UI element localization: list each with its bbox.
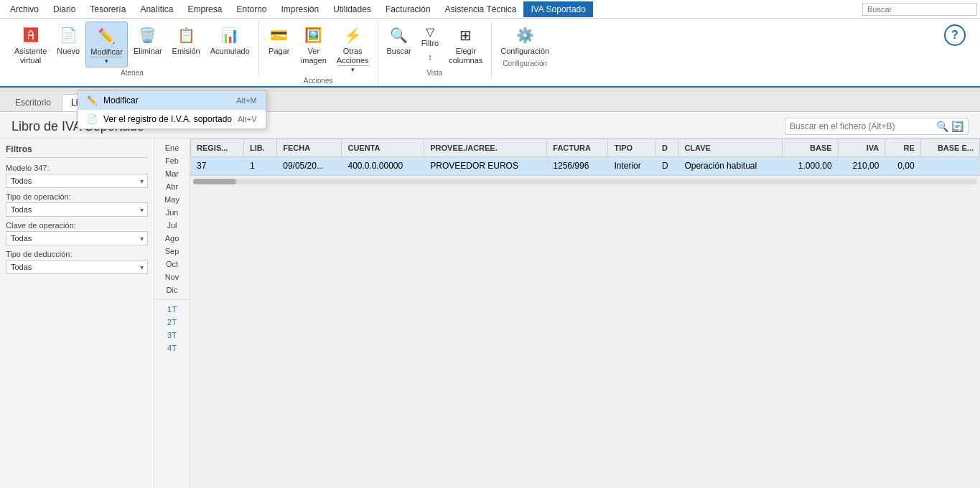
modelo347-select[interactable]: Todos [6,174,148,188]
month-feb[interactable]: Feb [154,154,190,167]
elegir-columnas-icon: ⊞ [454,24,477,47]
menu-impresion[interactable]: Impresión [274,1,326,17]
col-proveedor[interactable]: PROVEE./ACREE. [424,139,547,157]
acumulado-icon: 📊 [218,24,241,47]
ribbon-btn-configuracion[interactable]: ⚙️ Configuración [496,22,554,58]
menu-empresa[interactable]: Empresa [180,1,229,17]
refresh-icon[interactable]: 🔄 [951,121,963,132]
quarter-3t[interactable]: 3T [154,329,190,342]
menu-tesoreria[interactable]: Tesorería [83,1,133,17]
menu-bar: Archivo Diario Tesorería Analítica Empre… [0,0,980,19]
menu-archivo[interactable]: Archivo [3,1,46,17]
menu-utilidades[interactable]: Utilidades [326,1,378,17]
cell-registro: 37 [191,157,244,175]
month-jun[interactable]: Jun [154,206,190,219]
cell-clave: Operación habitual [678,157,782,175]
menu-entorno[interactable]: Entorno [229,1,274,17]
dropdown-item-modificar[interactable]: ✏️ Modificar Alt+M [78,91,266,110]
col-cuenta[interactable]: CUENTA [342,139,424,157]
month-sep[interactable]: Sep [154,245,190,258]
ribbon-btn-asistente[interactable]: 🅰 Asistentevirtual [10,22,51,67]
ribbon-btn-eliminar[interactable]: 🗑️ Eliminar [129,22,167,58]
col-registro[interactable]: REGIS... [191,139,244,157]
ribbon-btn-elegir-columnas[interactable]: ⊞ Elegircolumnas [444,22,487,67]
month-abr[interactable]: Abr [154,180,190,193]
month-ago[interactable]: Ago [154,232,190,245]
ribbon-btn-emision[interactable]: 📋 Emisión [168,22,205,58]
main-table-area: REGIS... LIB. FECHA CUENTA PROVEE./ACREE… [190,139,980,488]
quarter-4t[interactable]: 4T [154,342,190,355]
col-base-e[interactable]: BASE E... [920,139,979,157]
ribbon-btn-modificar[interactable]: ✏️ Modificar ▾ [85,22,128,67]
cell-fecha: 09/05/20... [277,157,342,175]
cell-proveedor: PROVEEDOR EUROS [424,157,547,175]
col-d[interactable]: D [655,139,678,157]
cell-base-e [920,157,979,175]
col-factura[interactable]: FACTURA [547,139,608,157]
cell-cuenta: 400.0.0.00000 [342,157,424,175]
month-mar[interactable]: Mar [154,167,190,180]
col-tipo[interactable]: TIPO [608,139,656,157]
ribbon-btn-acumulado[interactable]: 📊 Acumulado [206,22,254,58]
col-base[interactable]: BASE [782,139,838,157]
ribbon-group-atenea: 🅰 Asistentevirtual 📄 Nuevo ✏️ Modificar … [6,22,259,78]
month-dic[interactable]: Dic [154,283,190,296]
clave-operacion-select[interactable]: Todas [6,231,148,245]
search-icon[interactable]: 🔍 [936,121,948,132]
cell-factura: 1256/996 [547,157,608,175]
cell-re: 0,00 [885,157,920,175]
table-row[interactable]: 37 1 09/05/20... 400.0.0.00000 PROVEEDOR… [191,157,980,175]
dropdown-item-ver-registro[interactable]: 📄 Ver el registro de I.V.A. soportado Al… [78,110,266,128]
tipo-operacion-label: Tipo de operación: [6,192,148,201]
menu-analitica[interactable]: Analítica [133,1,180,17]
month-ene[interactable]: Ene [154,141,190,154]
data-table: REGIS... LIB. FECHA CUENTA PROVEE./ACREE… [190,139,980,175]
ribbon-btn-pagar[interactable]: 💳 Pagar [263,22,295,58]
menu-search-input[interactable] [862,3,977,16]
sort-icon: ↕ [428,52,432,61]
otras-acciones-arrow[interactable]: ▾ [337,65,369,73]
ribbon-btn-ver-imagen[interactable]: 🖼️ Verimagen [297,22,331,67]
menu-asistencia[interactable]: Asistencia Técnica [438,1,524,17]
cell-tipo: Interior [608,157,656,175]
help-button[interactable]: ? [944,24,966,46]
search-input[interactable] [790,121,933,131]
tab-escritorio[interactable]: Escritorio [6,94,60,111]
menu-iva-soportado[interactable]: IVA Soportado [523,1,593,17]
ribbon-group-vista: 🔍 Buscar ▽ Filtro ↕ ⊞ Elegircolumnas [378,22,493,78]
col-fecha[interactable]: FECHA [277,139,342,157]
menu-facturacion[interactable]: Facturación [378,1,438,17]
col-iva[interactable]: IVA [838,139,885,157]
tipo-deduccion-label: Tipo de deducción: [6,250,148,258]
cell-base: 1.000,00 [782,157,838,175]
tipo-operacion-select[interactable]: Todas [6,202,148,217]
ribbon-btn-filtro[interactable]: ▽ Filtro [417,23,443,50]
month-jul[interactable]: Jul [154,219,190,232]
horizontal-scrollbar[interactable] [190,175,980,187]
filters-panel: Filtros Modelo 347: Todos Tipo de operac… [0,139,154,488]
menu-diario[interactable]: Diario [46,1,83,17]
month-oct[interactable]: Oct [154,258,190,271]
ribbon-btn-nuevo[interactable]: 📄 Nuevo [52,22,84,58]
ribbon-btn-sort[interactable]: ↕ [424,51,437,62]
modificar-dropdown: ✏️ Modificar Alt+M 📄 Ver el registro de … [78,90,266,129]
ribbon-group-configuracion-label: Configuración [503,60,547,67]
col-clave[interactable]: CLAVE [678,139,782,157]
quarter-2t[interactable]: 2T [154,316,190,329]
ribbon: 🅰 Asistentevirtual 📄 Nuevo ✏️ Modificar … [0,19,980,88]
emision-icon: 📋 [174,24,197,47]
ribbon-btn-otras-acciones[interactable]: ⚡ OtrasAcciones ▾ [332,22,373,75]
filtro-label: Filtro [421,39,439,47]
month-may[interactable]: May [154,193,190,206]
ribbon-group-vista-label: Vista [426,69,442,77]
nuevo-icon: 📄 [57,24,80,47]
cell-d: D [655,157,678,175]
col-re[interactable]: RE [885,139,920,157]
quarter-1t[interactable]: 1T [154,303,190,316]
tipo-deduccion-select[interactable]: Todas [6,260,148,274]
ribbon-btn-buscar[interactable]: 🔍 Buscar [383,22,416,58]
eliminar-icon: 🗑️ [136,24,159,47]
modificar-arrow[interactable]: ▾ [90,57,123,65]
month-nov[interactable]: Nov [154,271,190,283]
col-lib[interactable]: LIB. [243,139,276,157]
